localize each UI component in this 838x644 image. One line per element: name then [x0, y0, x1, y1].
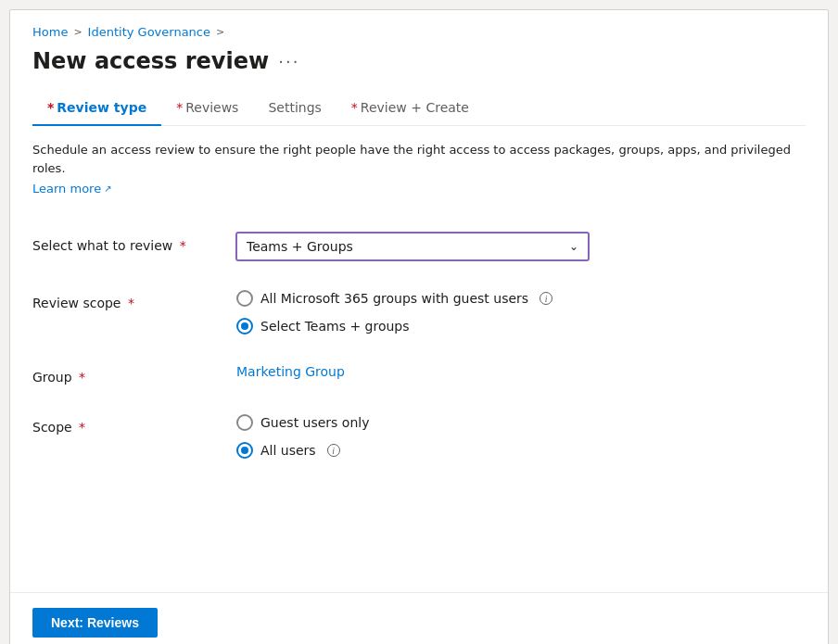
user-scope-radio-group: Guest users only All users i: [236, 414, 806, 459]
chevron-down-icon: ⌄: [569, 240, 578, 253]
scope-label-all-m365: All Microsoft 365 groups with guest user…: [260, 291, 528, 306]
tab-review-type[interactable]: *Review type: [32, 93, 161, 126]
tab-review-create[interactable]: *Review + Create: [336, 93, 484, 126]
user-scope-label-all: All users: [260, 443, 316, 458]
user-scope-radio-guest[interactable]: [236, 414, 253, 431]
external-link-icon: ↗: [104, 183, 111, 194]
learn-more-link[interactable]: Learn more ↗: [32, 182, 112, 196]
review-scope-label: Review scope *: [32, 290, 236, 310]
user-scope-radio-all[interactable]: [236, 442, 253, 459]
scope-radio-all-m365[interactable]: [236, 290, 253, 307]
breadcrumb-identity-governance[interactable]: Identity Governance: [88, 25, 210, 39]
review-scope-row: Review scope * All Microsoft 365 groups …: [32, 275, 806, 349]
scope-option-all-m365[interactable]: All Microsoft 365 groups with guest user…: [236, 290, 806, 307]
scope-control: Guest users only All users i: [236, 414, 806, 459]
page-title: New access review: [32, 48, 269, 74]
page-title-row: New access review ···: [32, 48, 806, 74]
next-reviews-button[interactable]: Next: Reviews: [32, 608, 158, 638]
breadcrumb-sep-2: >: [216, 26, 224, 38]
tab-reviews[interactable]: *Reviews: [161, 93, 253, 126]
select-review-row: Select what to review * Teams + Groups ⌄: [32, 218, 806, 275]
scope-label-select-teams: Select Teams + groups: [260, 319, 410, 334]
review-scope-control: All Microsoft 365 groups with guest user…: [236, 290, 806, 335]
user-scope-label-guest: Guest users only: [260, 415, 369, 430]
select-review-control: Teams + Groups ⌄: [236, 233, 806, 260]
scope-label-field: Scope *: [32, 414, 236, 435]
breadcrumb: Home > Identity Governance >: [32, 25, 806, 39]
select-review-value: Teams + Groups: [247, 239, 353, 254]
tab-review-type-required: *: [47, 100, 54, 115]
group-control: Marketing Group: [236, 364, 806, 379]
group-link[interactable]: Marketing Group: [236, 364, 345, 379]
scope-radio-select-teams[interactable]: [236, 318, 253, 335]
tab-settings[interactable]: Settings: [253, 93, 336, 126]
user-scope-all[interactable]: All users i: [236, 442, 806, 459]
scope-option-select-teams[interactable]: Select Teams + groups: [236, 318, 806, 335]
select-review-label: Select what to review *: [32, 233, 236, 253]
page-menu-icon[interactable]: ···: [278, 52, 299, 71]
main-content: Home > Identity Governance > New access …: [10, 10, 828, 592]
scope-row: Scope * Guest users only All users: [32, 399, 806, 474]
breadcrumb-home[interactable]: Home: [32, 25, 68, 39]
group-row: Group * Marketing Group: [32, 349, 806, 399]
user-scope-guest[interactable]: Guest users only: [236, 414, 806, 431]
footer: Next: Reviews: [10, 592, 828, 644]
scope-info-icon-all-m365[interactable]: i: [540, 292, 552, 305]
form-section: Select what to review * Teams + Groups ⌄…: [32, 218, 806, 474]
review-scope-radio-group: All Microsoft 365 groups with guest user…: [236, 290, 806, 335]
breadcrumb-sep-1: >: [73, 26, 82, 38]
tabs: *Review type *Reviews Settings *Review +…: [32, 93, 806, 126]
select-review-dropdown[interactable]: Teams + Groups ⌄: [236, 233, 589, 260]
group-label: Group *: [32, 364, 236, 385]
page-container: Home > Identity Governance > New access …: [9, 9, 829, 644]
tab-review-create-required: *: [351, 100, 358, 115]
tab-reviews-required: *: [176, 100, 183, 115]
page-description: Schedule an access review to ensure the …: [32, 141, 806, 177]
user-scope-info-icon[interactable]: i: [327, 444, 340, 457]
